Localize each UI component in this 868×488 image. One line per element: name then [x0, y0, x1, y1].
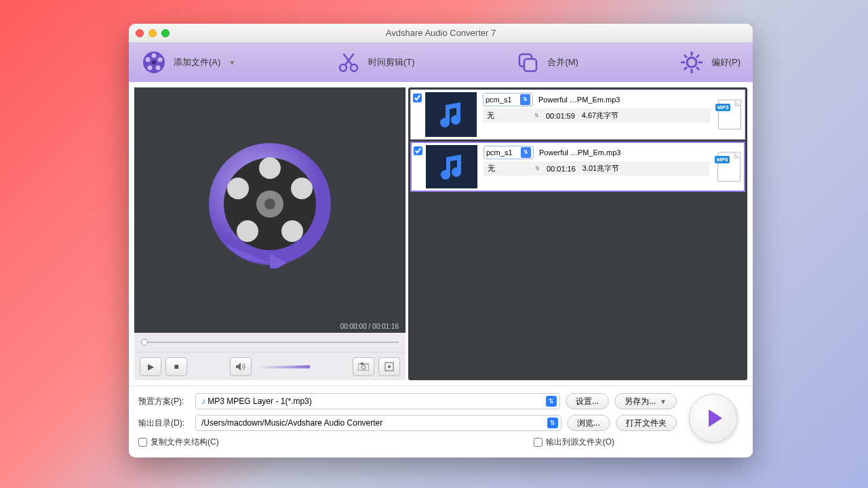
- file-item[interactable]: pcm_s1 ⇅ Powerful …PM_Em.mp3 无 ⇅ 00:01:5…: [410, 89, 745, 140]
- file-duration: 00:01:59: [546, 112, 575, 120]
- svg-point-5: [146, 58, 151, 62]
- dropdown-arrows-icon: ⇅: [547, 418, 558, 428]
- content-area: 00:00:00 / 00:01:16 ▶ ■: [129, 82, 753, 386]
- snapshot-button[interactable]: [353, 357, 374, 376]
- svg-line-18: [696, 55, 699, 58]
- format-badge: MP3: [714, 143, 744, 190]
- scissors-icon: [336, 49, 361, 75]
- stepper-arrows-icon: ⇅: [521, 147, 531, 158]
- codec-select[interactable]: pcm_s1 ⇅: [483, 93, 533, 106]
- preferences-button[interactable]: 偏好(P): [679, 49, 741, 75]
- fullscreen-button[interactable]: [378, 357, 400, 376]
- app-logo-icon: [205, 140, 334, 268]
- svg-point-24: [259, 157, 281, 179]
- svg-rect-10: [524, 59, 536, 71]
- format-badge: MP3: [715, 90, 745, 139]
- effect-value[interactable]: 无: [488, 163, 528, 174]
- add-file-button[interactable]: 添加文件(A) ▼: [141, 49, 235, 75]
- svg-point-25: [291, 178, 313, 199]
- output-to-source-checkbox[interactable]: 输出到源文件夹(O): [534, 436, 614, 448]
- titlebar: Avdshare Audio Converter 7: [129, 24, 753, 43]
- bottom-panel: 预置方案(P): ♪ MP3 MPEG Layer - 1(*.mp3) ⇅ 设…: [129, 386, 753, 458]
- play-triangle-icon: [709, 409, 722, 427]
- svg-point-33: [388, 365, 391, 368]
- merge-label: 合并(M): [547, 56, 578, 68]
- effect-value[interactable]: 无: [487, 110, 528, 121]
- svg-line-16: [684, 55, 687, 58]
- svg-point-3: [156, 66, 161, 70]
- svg-point-11: [687, 58, 696, 67]
- preset-label: 预置方案(P):: [138, 396, 190, 407]
- codec-select[interactable]: pcm_s1 ⇅: [484, 146, 534, 159]
- file-name: Powerful …PM_Em.mp3: [539, 148, 620, 157]
- merge-button[interactable]: 合并(M): [515, 49, 578, 75]
- gear-icon: [679, 49, 705, 75]
- svg-point-4: [148, 66, 153, 70]
- preset-value: MP3 MPEG Layer - 1(*.mp3): [208, 396, 311, 406]
- svg-point-28: [227, 178, 249, 199]
- svg-rect-31: [361, 363, 363, 365]
- svg-point-26: [281, 220, 303, 242]
- file-checkbox[interactable]: [414, 146, 422, 155]
- open-folder-button[interactable]: 打开文件夹: [616, 415, 677, 431]
- output-dir-select[interactable]: /Users/macdown/Music/Avdshare Audio Conv…: [195, 415, 561, 431]
- volume-slider[interactable]: [256, 365, 310, 369]
- output-dir-label: 输出目录(D):: [138, 418, 190, 429]
- merge-icon: [515, 49, 540, 75]
- preview-panel: 00:00:00 / 00:01:16 ▶ ■: [134, 87, 406, 380]
- save-as-button[interactable]: 另存为...▼: [614, 393, 677, 409]
- copy-folder-structure-checkbox[interactable]: 复制文件夹结构(C): [138, 436, 219, 448]
- preview-canvas: [134, 87, 406, 320]
- chevron-down-icon: ▼: [660, 398, 667, 405]
- trim-button[interactable]: 时间剪辑(T): [336, 49, 415, 75]
- file-list[interactable]: pcm_s1 ⇅ Powerful …PM_Em.mp3 无 ⇅ 00:01:5…: [408, 87, 747, 380]
- convert-button[interactable]: [689, 394, 738, 443]
- film-reel-icon: [141, 49, 167, 75]
- seek-knob[interactable]: [141, 339, 148, 346]
- file-size: 3.01兆字节: [583, 163, 619, 174]
- music-note-icon: ♪: [201, 396, 205, 406]
- preset-select[interactable]: ♪ MP3 MPEG Layer - 1(*.mp3) ⇅: [195, 393, 560, 409]
- stepper-arrows-icon: ⇅: [534, 113, 539, 119]
- file-item[interactable]: pcm_s1 ⇅ Powerful …PM_Em.mp3 无 ⇅ 00:01:1…: [410, 142, 745, 192]
- svg-point-1: [152, 54, 157, 58]
- preferences-label: 偏好(P): [711, 56, 741, 68]
- chevron-down-icon: ▼: [229, 59, 235, 66]
- trim-label: 时间剪辑(T): [368, 56, 415, 68]
- player-controls: ▶ ■: [134, 352, 406, 380]
- codec-value: pcm_s1: [486, 96, 512, 104]
- svg-point-23: [264, 199, 275, 209]
- file-name: Powerful …PM_Em.mp3: [538, 96, 620, 104]
- dropdown-arrows-icon: ⇅: [546, 396, 557, 407]
- mute-button[interactable]: [230, 357, 252, 376]
- svg-line-17: [696, 67, 699, 70]
- time-readout: 00:00:00 / 00:01:16: [134, 320, 406, 333]
- file-size: 4.67兆字节: [582, 110, 618, 121]
- stepper-arrows-icon: ⇅: [520, 94, 530, 105]
- svg-point-30: [361, 365, 366, 369]
- svg-point-27: [237, 220, 258, 242]
- stop-button[interactable]: ■: [165, 357, 187, 376]
- codec-value: pcm_s1: [486, 148, 513, 157]
- window-title: Avdshare Audio Converter 7: [129, 28, 753, 38]
- play-button[interactable]: ▶: [140, 357, 161, 376]
- file-checkbox[interactable]: [413, 94, 422, 102]
- output-dir-value: /Users/macdown/Music/Avdshare Audio Conv…: [201, 418, 382, 428]
- browse-button[interactable]: 浏览...: [567, 415, 610, 431]
- toolbar: 添加文件(A) ▼ 时间剪辑(T) 合并(M) 偏好(P): [129, 43, 753, 82]
- add-file-label: 添加文件(A): [174, 56, 220, 68]
- stepper-arrows-icon: ⇅: [535, 165, 540, 171]
- svg-point-2: [158, 58, 163, 62]
- settings-button[interactable]: 设置...: [566, 393, 609, 409]
- file-thumbnail: [426, 145, 477, 188]
- svg-point-6: [152, 60, 156, 64]
- app-window: Avdshare Audio Converter 7 添加文件(A) ▼ 时间剪…: [129, 24, 753, 458]
- file-duration: 00:01:16: [547, 165, 576, 173]
- file-thumbnail: [425, 92, 477, 137]
- svg-line-19: [684, 67, 687, 70]
- seek-bar[interactable]: [134, 333, 406, 352]
